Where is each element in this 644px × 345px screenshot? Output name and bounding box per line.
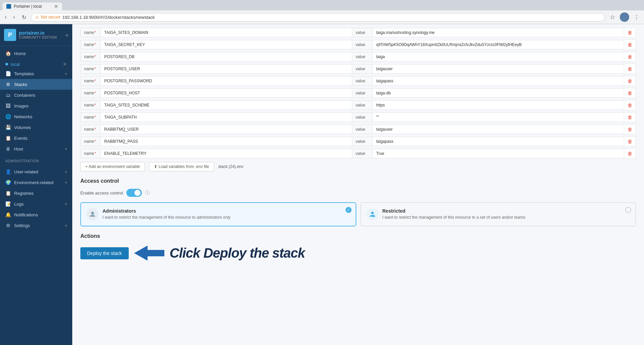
load-env-file-button[interactable]: ⬆ Load variables from .env file (149, 162, 214, 171)
sidebar-item-templates[interactable]: 📄 Templates ▾ (0, 68, 72, 79)
access-card-administrators[interactable]: Administrators I want to restrict the ma… (80, 202, 356, 226)
env-name-label-rabbitmq-pass: name (80, 137, 100, 146)
sidebar-item-home[interactable]: 🏠 Home (0, 48, 72, 59)
sidebar-templates-label: Templates (14, 71, 62, 76)
sidebar-item-settings[interactable]: ⚙ Settings ▾ (0, 220, 72, 231)
env-value-spacer-9: value (352, 125, 372, 134)
sidebar-item-user-related[interactable]: 👤 User-related ▾ (0, 166, 72, 177)
browser-tab-active[interactable]: Portainer | local ✕ (2, 2, 63, 10)
user-related-icon: 👤 (5, 169, 11, 174)
sidebar-item-stacks[interactable]: ⚙ Stacks (0, 79, 72, 90)
env-value-input-postgres-host[interactable] (372, 88, 624, 98)
restricted-icon (366, 208, 378, 220)
env-delete-enable-telemetry-button[interactable]: 🗑 (624, 148, 636, 159)
env-name-input-taiga-sites-domain[interactable] (100, 28, 352, 37)
env-value-input-taiga-secret-key[interactable] (372, 40, 624, 49)
env-name-input-taiga-secret-key[interactable] (100, 40, 352, 49)
sidebar-logs-label: Logs (14, 202, 62, 207)
containers-icon: 🗂 (5, 92, 11, 98)
restricted-card-desc: I want to restrict the management of thi… (383, 215, 526, 220)
deploy-area: Deploy the stack Click Deploy the stack (80, 244, 636, 262)
user-related-arrow-icon: ▾ (65, 170, 67, 174)
menu-button[interactable]: ⋮ (632, 13, 641, 21)
env-name-input-rabbitmq-user[interactable] (100, 125, 352, 134)
sidebar-item-networks[interactable]: 🌐 Networks (0, 111, 72, 122)
env-related-arrow-icon: ▾ (65, 181, 67, 184)
registries-icon: 📋 (5, 190, 11, 196)
env-row-postgres-password: name value 🗑 (80, 76, 636, 86)
env-name-input-postgres-host[interactable] (100, 88, 352, 98)
load-env-label: ⬆ Load variables from .env file (154, 164, 209, 169)
env-row-postgres-user: name value 🗑 (80, 64, 636, 74)
env-delete-taiga-subpath-button[interactable]: 🗑 (624, 112, 636, 122)
env-value-input-rabbitmq-user[interactable] (372, 125, 624, 134)
env-value-input-rabbitmq-pass[interactable] (372, 137, 624, 146)
sidebar-item-events[interactable]: 📋 Events (0, 133, 72, 143)
env-value-input-taiga-sites-scheme[interactable] (372, 100, 624, 110)
env-file-tag: stack (24).env (218, 164, 243, 169)
sidebar-item-volumes[interactable]: 💾 Volumes (0, 122, 72, 133)
env-value-input-postgres-db[interactable] (372, 52, 624, 61)
env-delete-postgres-db-button[interactable]: 🗑 (624, 52, 636, 62)
env-name-input-taiga-subpath[interactable] (100, 113, 352, 122)
env-name-input-postgres-db[interactable] (100, 52, 352, 61)
env-name-input-rabbitmq-pass[interactable] (100, 137, 352, 146)
access-card-restricted[interactable]: Restricted I want to restrict the manage… (360, 202, 636, 226)
sidebar-item-notifications[interactable]: 🔔 Notifications (0, 209, 72, 220)
env-value-input-postgres-password[interactable] (372, 76, 624, 86)
refresh-button[interactable]: ↻ (20, 13, 28, 21)
access-control-toggle[interactable] (126, 189, 142, 197)
env-close-button[interactable]: ✕ (63, 61, 67, 67)
templates-icon: 📄 (5, 71, 11, 76)
env-actions-bar: + Add an environment variable ⬆ Load var… (80, 162, 636, 171)
profile-avatar[interactable] (620, 12, 629, 22)
sidebar: P portainer.io Community Edition « 🏠 Hom… (0, 24, 72, 345)
sidebar-item-logs[interactable]: 📝 Logs ▾ (0, 199, 72, 209)
env-delete-rabbitmq-user-button[interactable]: 🗑 (624, 124, 636, 134)
env-delete-rabbitmq-pass-button[interactable]: 🗑 (624, 136, 636, 146)
env-row-rabbitmq-user: name value 🗑 (80, 124, 636, 134)
env-delete-taiga-sites-domain-button[interactable]: 🗑 (624, 28, 636, 38)
env-value-spacer-10: value (352, 137, 372, 146)
env-name-label-rabbitmq-user: name (80, 125, 100, 134)
sidebar-collapse-button[interactable]: « (66, 32, 68, 38)
env-delete-taiga-sites-scheme-button[interactable]: 🗑 (624, 100, 636, 110)
logs-icon: 📝 (5, 201, 11, 207)
tab-close-button[interactable]: ✕ (54, 4, 58, 9)
env-name-input-enable-telemetry[interactable] (100, 149, 352, 158)
env-value-input-enable-telemetry[interactable] (372, 149, 624, 158)
env-delete-postgres-host-button[interactable]: 🗑 (624, 88, 636, 98)
env-name-input-taiga-sites-scheme[interactable] (100, 100, 352, 110)
env-delete-taiga-secret-key-button[interactable]: 🗑 (624, 40, 636, 50)
env-value-input-postgres-user[interactable] (372, 64, 624, 74)
sidebar-item-images[interactable]: 🖼 Images (0, 100, 72, 111)
networks-icon: 🌐 (5, 114, 11, 119)
main-content: name value 🗑 name value 🗑 name (72, 24, 644, 345)
sidebar-settings-label: Settings (14, 223, 62, 228)
env-row-taiga-secret-key: name value 🗑 (80, 40, 636, 50)
forward-button[interactable]: › (11, 13, 17, 21)
back-button[interactable]: ‹ (3, 13, 8, 21)
env-delete-postgres-user-button[interactable]: 🗑 (624, 64, 636, 74)
env-name-label-postgres-user: name (80, 64, 100, 74)
deploy-stack-button[interactable]: Deploy the stack (80, 247, 129, 259)
bookmark-button[interactable]: ☆ (608, 13, 617, 21)
add-env-variable-button[interactable]: + Add an environment variable (80, 162, 145, 171)
env-value-input-taiga-subpath[interactable] (372, 113, 624, 122)
address-bar[interactable]: ⚠ Not secure 192.168.1.18:9000/#!/2/dock… (31, 13, 605, 21)
env-name-label-taiga-subpath: name (80, 113, 100, 122)
administrators-card-desc: I want to restrict the management of thi… (103, 215, 231, 220)
sidebar-item-host[interactable]: 🖥 Host ▾ (0, 143, 72, 154)
sidebar-item-environment-related[interactable]: 🌍 Environment-related ▾ (0, 177, 72, 188)
administrators-card-title: Administrators (103, 208, 231, 214)
arrow-left-icon (134, 244, 164, 262)
env-value-input-taiga-sites-domain[interactable] (372, 28, 624, 37)
sidebar-item-registries[interactable]: 📋 Registries (0, 188, 72, 199)
env-delete-postgres-password-button[interactable]: 🗑 (624, 76, 636, 86)
env-name-input-postgres-user[interactable] (100, 64, 352, 74)
logo-brand: portainer.io (19, 30, 57, 36)
env-name-input-postgres-password[interactable] (100, 76, 352, 86)
restricted-card-title: Restricted (383, 208, 526, 214)
sidebar-item-containers[interactable]: 🗂 Containers (0, 90, 72, 100)
env-value-spacer-3: value (352, 52, 372, 61)
